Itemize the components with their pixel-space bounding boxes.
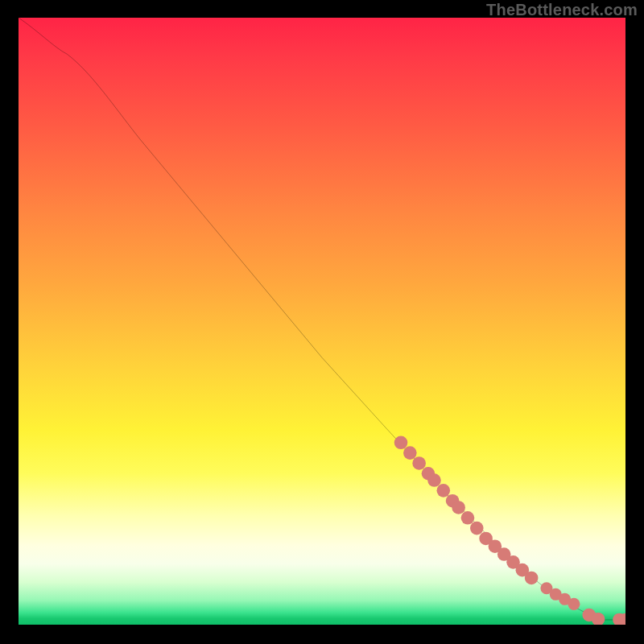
- watermark-text: TheBottleneck.com: [486, 1, 638, 19]
- svg-point-4: [427, 473, 441, 487]
- svg-point-8: [461, 511, 475, 525]
- chart-stage: TheBottleneck.com: [0, 0, 644, 644]
- svg-point-15: [525, 572, 539, 585]
- svg-point-0: [394, 436, 408, 450]
- svg-point-1: [403, 446, 417, 460]
- bottleneck-curve: [19, 18, 625, 620]
- svg-point-5: [437, 484, 451, 497]
- plot-area: [19, 18, 625, 625]
- svg-point-7: [452, 501, 465, 514]
- marker-cluster-lower: [582, 609, 625, 625]
- svg-point-19: [568, 598, 580, 610]
- svg-point-2: [412, 456, 426, 470]
- marker-cluster-upper: [394, 436, 539, 585]
- chart-overlay-svg: [19, 18, 625, 625]
- svg-point-9: [470, 522, 484, 535]
- marker-cluster-mid: [540, 582, 580, 610]
